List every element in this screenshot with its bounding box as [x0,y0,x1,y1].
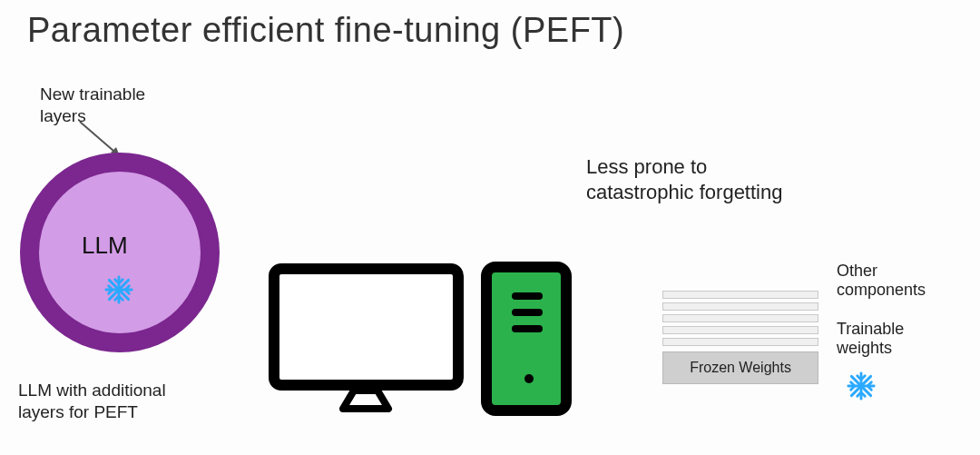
tower-power-dot [524,374,534,383]
weights-stack: Frozen Weights [662,291,818,384]
pc-tower-icon [481,262,572,416]
tower-slot [512,309,543,316]
monitor-icon [269,263,464,391]
page-title: Parameter efficient fine-tuning (PEFT) [27,11,624,50]
label-other-components: Other components [837,262,926,300]
label-trainable-weights: Trainable weights [837,320,904,358]
other-component-bar [662,338,818,346]
other-component-bar [662,326,818,334]
snowflake-icon [103,274,134,305]
other-component-bar [662,302,818,311]
other-component-bar [662,291,818,299]
svg-marker-6 [343,391,388,409]
monitor-stand [334,391,397,416]
tower-slot [512,325,543,332]
label-llm: LLM [82,232,128,260]
label-less-prone: Less prone to catastrophic forgetting [586,154,782,205]
label-llm-caption: LLM with additional layers for PEFT [18,380,166,424]
other-component-bar [662,314,818,322]
frozen-weights-block: Frozen Weights [662,351,818,384]
snowflake-icon [846,371,877,401]
tower-slot [512,292,543,300]
label-frozen-weights: Frozen Weights [690,360,791,376]
